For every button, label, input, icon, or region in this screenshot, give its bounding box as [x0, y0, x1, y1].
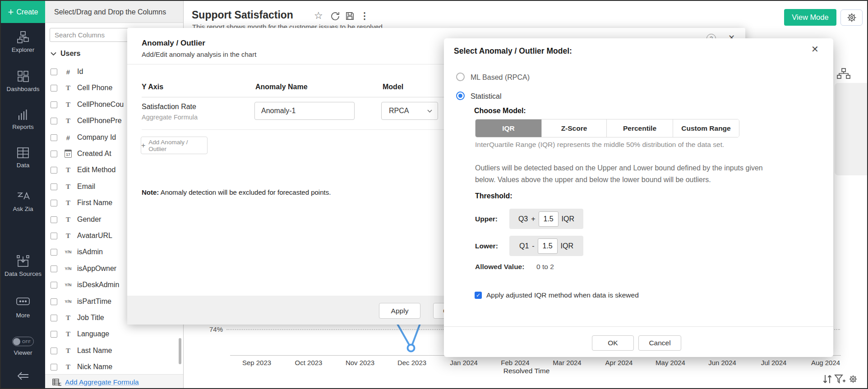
note-label: Note:: [142, 188, 159, 196]
field-checkbox[interactable]: [51, 331, 57, 338]
skew-checkbox-label[interactable]: Apply adjusted IQR method when data is s…: [486, 291, 639, 299]
field-checkbox[interactable]: [51, 315, 57, 321]
radio-icon: [456, 73, 465, 81]
upper-base: Q3: [518, 215, 528, 223]
radio-statistical[interactable]: [456, 92, 465, 100]
right-settings-panel: [835, 83, 868, 175]
tab-iqr[interactable]: IQR: [476, 119, 542, 137]
field-checkbox[interactable]: [51, 69, 57, 75]
create-label: Create: [16, 8, 38, 16]
viewer-toggle[interactable]: OFF: [12, 337, 34, 346]
collapse-sidebar-icon[interactable]: [1, 371, 45, 381]
field-checkbox[interactable]: [51, 282, 57, 288]
dashboards-icon[interactable]: [1, 69, 45, 83]
chart-type-icon[interactable]: [837, 68, 850, 79]
x-axis-label: Jun 2024: [697, 359, 748, 366]
explorer-icon[interactable]: [1, 31, 45, 44]
x-axis-label: Feb 2024: [489, 359, 541, 366]
toggle-state-label: OFF: [22, 339, 31, 344]
field-checkbox[interactable]: [51, 233, 57, 239]
date-type-icon: 17: [65, 150, 71, 158]
field-checkbox[interactable]: [51, 348, 57, 354]
skew-checkbox[interactable]: ✓: [475, 292, 482, 299]
sidebar-item-explorer[interactable]: Explorer: [1, 46, 45, 54]
x-axis-label: Jul 2024: [748, 359, 799, 366]
settings-gear-button[interactable]: [840, 9, 863, 26]
data-sources-icon[interactable]: [1, 255, 45, 268]
sidebar-item-reports[interactable]: Reports: [1, 123, 45, 131]
field-row[interactable]: TNick Name: [45, 360, 184, 374]
upper-unit: IQR: [562, 215, 574, 223]
text-type-icon: T: [63, 101, 74, 109]
apply-button[interactable]: Apply: [379, 303, 420, 319]
field-checkbox[interactable]: [51, 118, 57, 124]
dialog-title: Select Anomaly / Outlier Model:: [454, 46, 572, 56]
anomaly-name-input[interactable]: [254, 102, 355, 120]
chart-settings-gear-icon[interactable]: [848, 374, 858, 384]
add-anomaly-button[interactable]: + Add Anomaly / Outlier: [141, 137, 208, 154]
add-aggregate-bar[interactable]: Σ Add Aggregate Formula: [45, 374, 183, 389]
reports-icon[interactable]: [1, 108, 45, 122]
field-checkbox[interactable]: [51, 265, 57, 272]
field-checkbox[interactable]: [51, 364, 57, 371]
field-row[interactable]: TLanguage: [45, 327, 184, 341]
model-select[interactable]: RPCA: [381, 102, 438, 120]
field-checkbox[interactable]: [51, 167, 57, 174]
tab-custom-range[interactable]: Custom Range: [673, 119, 739, 137]
lower-threshold-group: Q1 - IQR: [509, 236, 583, 256]
lower-value-input[interactable]: [538, 238, 558, 254]
field-row[interactable]: TLast Name: [45, 343, 184, 358]
upper-operator: +: [531, 215, 535, 223]
text-type-icon: T: [63, 232, 74, 240]
sidebar-item-data-sources[interactable]: Data Sources: [1, 270, 45, 278]
tab-percentile[interactable]: Percentile: [607, 119, 673, 137]
y-axis-tick-label: 74%: [203, 325, 223, 333]
more-options-kebab-icon[interactable]: ⋮: [360, 10, 369, 21]
toggle-knob: [13, 338, 20, 345]
column-header-anomaly-name: Anomaly Name: [255, 83, 308, 91]
field-checkbox[interactable]: [51, 85, 57, 92]
radio-ml-based-label[interactable]: ML Based (RPCA): [471, 73, 530, 82]
favorite-star-icon[interactable]: ☆: [314, 10, 323, 22]
ask-zia-icon[interactable]: [1, 190, 45, 203]
allowed-value: 0 to 2: [536, 263, 554, 271]
field-checkbox[interactable]: [51, 249, 57, 256]
radio-statistical-label[interactable]: Statistical: [471, 92, 501, 101]
sidebar-item-data[interactable]: Data: [1, 161, 45, 169]
field-checkbox[interactable]: [51, 216, 57, 223]
field-checkbox[interactable]: [51, 200, 57, 206]
save-icon[interactable]: [345, 11, 355, 21]
ok-button[interactable]: OK: [592, 335, 634, 351]
sidebar-item-ask-zia[interactable]: Ask Zia: [1, 205, 45, 213]
add-aggregate-formula-link[interactable]: Add Aggregate Formula: [65, 378, 139, 386]
columns-scrollbar[interactable]: [179, 338, 181, 364]
more-icon[interactable]: [1, 297, 45, 305]
field-checkbox[interactable]: [51, 134, 57, 141]
radio-ml-based[interactable]: [456, 73, 465, 81]
tab-z-score[interactable]: Z-Score: [542, 119, 607, 137]
field-checkbox[interactable]: [51, 298, 57, 305]
upper-label: Upper:: [475, 215, 498, 223]
chevron-down-icon: [51, 52, 56, 56]
sidebar-item-more[interactable]: More: [1, 311, 45, 320]
x-axis-label: Apr 2024: [593, 359, 645, 366]
boolean-type-icon: Y/N: [63, 266, 74, 271]
page-title: Support Satisfaction: [192, 9, 293, 21]
users-group-header[interactable]: Users: [51, 50, 80, 58]
field-checkbox[interactable]: [51, 183, 57, 190]
filter-add-icon[interactable]: [834, 374, 846, 384]
close-icon[interactable]: ✕: [811, 44, 819, 55]
refresh-icon[interactable]: [330, 11, 341, 22]
data-icon[interactable]: [1, 147, 45, 159]
sort-icon[interactable]: [822, 374, 833, 384]
text-type-icon: T: [63, 330, 74, 338]
sidebar-item-viewer[interactable]: Viewer: [1, 349, 45, 357]
select-model-dialog: Select Anomaly / Outlier Model: ✕ ML Bas…: [444, 38, 833, 357]
sidebar-item-dashboards[interactable]: Dashboards: [1, 85, 45, 93]
field-checkbox[interactable]: [51, 151, 57, 157]
field-checkbox[interactable]: [51, 101, 57, 108]
view-mode-button[interactable]: View Mode: [784, 9, 836, 26]
create-button[interactable]: + Create: [1, 1, 45, 23]
upper-value-input[interactable]: [539, 211, 559, 227]
cancel-button[interactable]: Cancel: [638, 335, 681, 351]
